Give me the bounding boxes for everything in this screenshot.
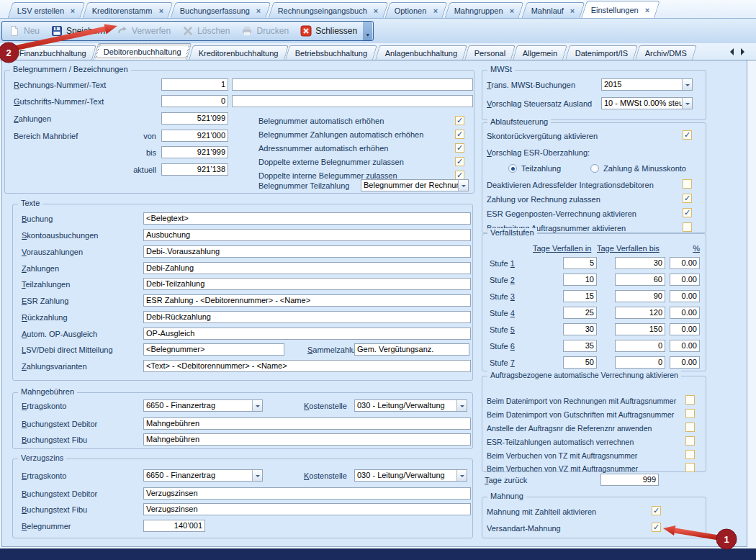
- tab-close-icon[interactable]: ×: [71, 7, 75, 14]
- tab-close-icon[interactable]: ×: [570, 7, 575, 14]
- tab-debitorenbuchhaltung[interactable]: Debitorenbuchhaltung: [94, 43, 192, 60]
- buchung-input[interactable]: <Belegtext>: [143, 212, 471, 225]
- zahlungen-input[interactable]: 521’099: [161, 112, 228, 125]
- stufe-5-tage-in-input[interactable]: 30: [563, 323, 597, 335]
- stufe-2-pct-input[interactable]: 0.00: [670, 274, 700, 286]
- mahnung-zahlteil-checkbox[interactable]: [652, 506, 661, 515]
- tab-archiv-dms[interactable]: Archiv/DMS: [635, 45, 697, 60]
- stufe-6-tage-in-input[interactable]: 35: [563, 340, 597, 352]
- tab-close-icon[interactable]: ×: [374, 7, 378, 14]
- new-button[interactable]: Neu: [3, 22, 45, 40]
- tab-datenimport-is[interactable]: Datenimport/IS: [565, 45, 638, 60]
- vorauszahlungen-input[interactable]: Debi-.Vorauszahlung: [143, 245, 471, 258]
- esr-teilzahlungen-verrechnen-checkbox[interactable]: [685, 436, 695, 446]
- mahnbrief-von-input[interactable]: 921’000: [161, 130, 228, 142]
- rechnungs-text-input[interactable]: [232, 78, 473, 91]
- stufe-1-pct-input[interactable]: 0.00: [670, 257, 700, 269]
- tab-anlagenbuchhaltung[interactable]: Anlagenbuchhaltung: [375, 45, 467, 60]
- stufe-5-tage-bis-input[interactable]: 150: [615, 323, 665, 335]
- tab-kreditorenstamm[interactable]: Kreditorenstamm×: [82, 2, 173, 18]
- tab-close-icon[interactable]: ×: [256, 7, 261, 14]
- verbuchen-vz-checkbox[interactable]: [685, 463, 695, 472]
- tab-close-icon[interactable]: ×: [510, 7, 514, 14]
- esr-gegenposten-checkbox[interactable]: [683, 208, 692, 217]
- stufe-7-tage-bis-input[interactable]: 0: [615, 356, 665, 369]
- verbuchen-tz-checkbox[interactable]: [685, 450, 695, 459]
- mahngebuehren-kostenstelle-select[interactable]: 030 - Leitung/Verwaltung: [354, 399, 467, 412]
- doppelte-externe-checkbox[interactable]: [455, 157, 464, 166]
- mahngebuehren-ertragskonto-select[interactable]: 6650 - Finanzertrag: [143, 399, 263, 412]
- tab-allgemein[interactable]: Allgemein: [513, 45, 567, 60]
- scroll-left-icon[interactable]: [730, 48, 734, 55]
- tab-lsv-erstellen[interactable]: LSV erstellen×: [7, 2, 85, 18]
- rechnungs-nummer-input[interactable]: 1: [161, 78, 228, 91]
- skontorueckverguetung-checkbox[interactable]: [683, 130, 692, 140]
- stufe-1-tage-in-input[interactable]: 5: [563, 257, 597, 269]
- stufe-4-tage-in-input[interactable]: 25: [563, 307, 597, 319]
- stufe-5-pct-input[interactable]: 0.00: [670, 323, 700, 335]
- tab-close-icon[interactable]: ×: [158, 7, 163, 14]
- tab-rechnungseingangsbuch[interactable]: Rechnungseingangsbuch×: [268, 2, 388, 18]
- verzugszins-ertragskonto-select[interactable]: 6650 - Finanzertrag: [143, 469, 263, 482]
- stufe-2-tage-bis-input[interactable]: 60: [615, 274, 665, 286]
- tab-buchungserfassung[interactable]: Buchungserfassung×: [171, 2, 271, 18]
- tab-close-icon[interactable]: ×: [645, 6, 649, 14]
- mahnbrief-bis-input[interactable]: 921’999: [161, 146, 228, 158]
- teilzahlungen-input[interactable]: Debi-Teilzahlung: [143, 278, 471, 290]
- save-button[interactable]: Speichern: [45, 22, 111, 40]
- tab-mahngruppen[interactable]: Mahngruppen×: [445, 2, 524, 18]
- stufe-6-pct-input[interactable]: 0.00: [670, 340, 700, 352]
- belegnummer-zahlungen-erhoehen-checkbox[interactable]: [455, 130, 464, 139]
- verzugszins-text-debitor-input[interactable]: Verzugszinsen: [143, 487, 471, 500]
- lsv-mitteilung-input[interactable]: <Belegnummer>: [143, 343, 284, 356]
- deaktivieren-adressfelder-checkbox[interactable]: [683, 179, 692, 189]
- gutschrifts-text-input[interactable]: [232, 95, 473, 107]
- esr-zahlung-input[interactable]: ESR Zahlung - <Debitorennummer> - <Name>: [143, 294, 471, 307]
- referenznr-anwenden-checkbox[interactable]: [685, 423, 695, 432]
- stufe-6-tage-bis-input[interactable]: 0: [615, 340, 665, 352]
- mahngebuehren-text-debitor-input[interactable]: Mahngebühren: [143, 417, 471, 430]
- stufe-3-tage-bis-input[interactable]: 90: [615, 290, 665, 302]
- toolbar-overflow-button[interactable]: ▾: [363, 22, 372, 40]
- tab-einstellungen[interactable]: Einstellungen×: [582, 1, 660, 18]
- zahlung-vor-rechnung-checkbox[interactable]: [683, 194, 692, 203]
- skontoausbuchungen-input[interactable]: Ausbuchung: [143, 229, 471, 241]
- versandart-mahnung-checkbox[interactable]: [652, 523, 661, 532]
- close-button[interactable]: Schliessen: [294, 22, 363, 40]
- zahlungen-text-input[interactable]: Debi-Zahlung: [143, 262, 471, 274]
- stufe-7-pct-input[interactable]: 0.00: [670, 356, 700, 369]
- trans-mwst-select[interactable]: 2015: [601, 78, 693, 91]
- tab-betriebsbuchhaltung[interactable]: Betriebsbuchhaltung: [285, 45, 377, 60]
- tab-personal[interactable]: Personal: [464, 45, 516, 60]
- sammelzahlung-input[interactable]: Gem. Vergütungsanz.: [354, 343, 469, 356]
- verzugszins-belegnummer-input[interactable]: 140’001: [143, 520, 205, 532]
- verzugszins-kostenstelle-select[interactable]: 030 - Leitung/Verwaltung: [354, 469, 467, 482]
- zahlungsvarianten-input[interactable]: <Text> - <Debitorennummer> - <Name>: [143, 360, 471, 372]
- vorschlag-steuersatz-select[interactable]: 10 - MWSt 0.00% steue: [601, 97, 693, 109]
- belegnummer-teilzahlung-select[interactable]: Belegnummer der Rechnun: [361, 179, 469, 191]
- teilzahlung-radio[interactable]: [508, 164, 517, 173]
- stufe-1-tage-bis-input[interactable]: 30: [615, 257, 665, 269]
- tab-mahnlauf[interactable]: Mahnlauf×: [521, 2, 585, 18]
- zahlung-minusskonto-radio[interactable]: [590, 164, 599, 173]
- stufe-4-pct-input[interactable]: 0.00: [670, 307, 700, 319]
- datenimport-gutschriften-checkbox[interactable]: [685, 409, 695, 418]
- adressnummer-erhoehen-checkbox[interactable]: [455, 143, 464, 153]
- mahngebuehren-text-fibu-input[interactable]: Mahngebühren: [143, 433, 471, 446]
- tab-close-icon[interactable]: ×: [433, 7, 438, 14]
- stufe-2-tage-in-input[interactable]: 10: [563, 274, 597, 286]
- bearbeitung-auftragsnummer-checkbox[interactable]: [683, 222, 692, 232]
- op-ausgleich-input[interactable]: OP-Ausgleich: [143, 328, 471, 340]
- stufe-3-tage-in-input[interactable]: 15: [563, 290, 597, 302]
- tab-kreditorenbuchhaltung[interactable]: Kreditorenbuchhaltung: [189, 45, 288, 60]
- mahnbrief-aktuell-input[interactable]: 921’138: [161, 163, 228, 176]
- discard-button[interactable]: Verwerfen: [111, 22, 176, 40]
- rueckzahlung-input[interactable]: Debi-Rückzahlung: [143, 311, 471, 323]
- datenimport-rechnungen-checkbox[interactable]: [685, 395, 695, 405]
- stufe-7-tage-in-input[interactable]: 50: [563, 356, 597, 369]
- print-button[interactable]: Drucken: [235, 22, 294, 40]
- verzugszins-text-fibu-input[interactable]: Verzugszinsen: [143, 503, 471, 515]
- stufe-3-pct-input[interactable]: 0.00: [670, 290, 700, 302]
- tab-finanzbuchhaltung[interactable]: Finanzbuchhaltung: [9, 45, 96, 60]
- tage-zurueck-input[interactable]: 999: [600, 474, 659, 486]
